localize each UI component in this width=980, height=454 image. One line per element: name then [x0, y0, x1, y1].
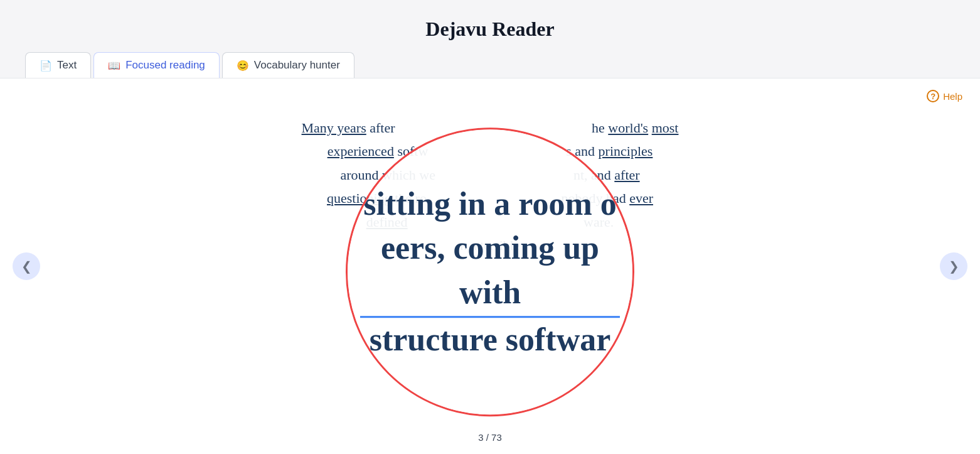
- tab-focused-reading-label: Focused reading: [125, 59, 205, 72]
- prev-icon: ❮: [21, 259, 32, 274]
- tab-text-label: Text: [57, 59, 77, 72]
- tab-text[interactable]: 📄 Text: [25, 52, 91, 78]
- help-icon: ?: [927, 90, 939, 102]
- tab-vocabulary-hunter-label: Vocabulary hunter: [254, 59, 340, 72]
- prev-button[interactable]: ❮: [13, 252, 40, 280]
- help-button[interactable]: ? Help: [927, 90, 962, 102]
- next-button[interactable]: ❯: [940, 252, 967, 280]
- tab-focused-reading[interactable]: 📖 Focused reading: [93, 52, 220, 78]
- zoom-line-3: structure softwar: [360, 318, 620, 362]
- word-most: most: [652, 120, 679, 136]
- app-header: Dejavu Reader: [0, 0, 980, 52]
- help-label: Help: [943, 91, 962, 102]
- word-world: world's: [608, 120, 648, 136]
- word-questioning: questioning: [327, 190, 391, 206]
- word-after: after: [614, 167, 639, 183]
- text-tab-icon: 📄: [40, 60, 52, 72]
- word-experienced: experienced: [328, 143, 394, 159]
- reading-paragraph: Many years after he world's most experie…: [258, 116, 722, 257]
- word-ever: ever: [629, 190, 653, 206]
- reader-container: ? Help ❮ ❯ Many years after he world's m…: [0, 78, 980, 454]
- word-principles: principles: [599, 143, 653, 159]
- tab-vocabulary-hunter[interactable]: 😊 Vocabulary hunter: [222, 52, 354, 78]
- vocabulary-hunter-tab-icon: 😊: [237, 60, 249, 72]
- text-content: Many years after he world's most experie…: [208, 78, 772, 282]
- next-icon: ❯: [949, 259, 959, 274]
- tabs-bar: 📄 Text 📖 Focused reading 😊 Vocabulary hu…: [0, 52, 980, 78]
- focused-reading-tab-icon: 📖: [108, 60, 120, 72]
- word-many: Many years: [302, 120, 366, 136]
- app-title: Dejavu Reader: [0, 18, 980, 41]
- word-defined: defined: [366, 214, 408, 230]
- page-indicator: 3 / 73: [478, 432, 502, 443]
